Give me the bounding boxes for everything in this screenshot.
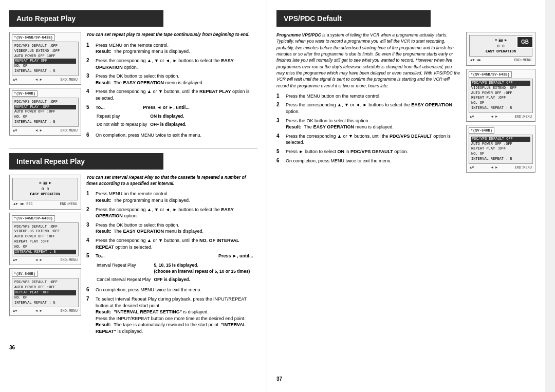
interval-repeat-title: Interval Repeat Play bbox=[9, 153, 163, 170]
interval-repeat-content: ⊡ 📷 ▶ 0 0 EASY OPERATION ▲▼ ◄► REC END:M… bbox=[9, 175, 257, 338]
vps-screens: ⊡ 📷 ▶ 0 0 EASY OPERATION ▲▼ ◄► END:MENU bbox=[466, 32, 535, 176]
vps-pdc-section: VPS/PDC Default Programme VPS/PDC is a s… bbox=[276, 10, 535, 176]
vps-content: Programme VPS/PDC is a system of telling… bbox=[276, 32, 535, 176]
vps-screen-label-1: *(SV-645B/SV-643B) bbox=[469, 71, 512, 78]
interval-intro: You can set Interval Repeat Play so that… bbox=[86, 175, 257, 187]
vps-screen-sv645b: *(SV-645B/SV-643B) PDC/VPS DEFAULT OFF V… bbox=[466, 69, 535, 122]
step-2: 2 Press the corresponding ▲, ▼ or ◄, ► b… bbox=[86, 58, 257, 70]
vps-screen-inner-1: PDC/VPS DEFAULT OFF VIDEOPLUS EXTEND :OF… bbox=[469, 79, 533, 113]
vps-step-3: 3 Press the OK button to select this opt… bbox=[276, 118, 461, 130]
auto-repeat-content: *(SV-645B/SV-643B) PDC/VPS DEFAULT :OFF … bbox=[9, 32, 257, 141]
vps-step-5: 5 Press ► button to select ON in PDC/VPS… bbox=[276, 148, 461, 155]
vps-step-4: 4 Press the corresponding ▲ or ▼ buttons… bbox=[276, 133, 461, 146]
vps-screen-sv640b: *(SV-640B) PDC/VPS DEFAULT OFF AUTO POWE… bbox=[466, 125, 535, 173]
int-step-7: 7 To select Interval Repeat Play during … bbox=[86, 296, 257, 335]
auto-repeat-screens: *(SV-645B/SV-643B) PDC/VPS DEFAULT :OFF … bbox=[9, 32, 81, 141]
screen-inner-2: PDC/VPS DEFAULT :OFF REPEAT PLAY :OFF AU… bbox=[12, 98, 79, 127]
screen-inner-4: PDC/VPS DEFAULT :OFF AUTO POWER OFF :OFF… bbox=[12, 278, 79, 307]
screen-controls-3: ▲▼ ◄ ► END:MENU bbox=[12, 257, 79, 263]
repeat-table: Repeat play ON is displayed. Do not wish… bbox=[96, 112, 190, 129]
vps-screen-inner-2: PDC/VPS DEFAULT OFF AUTO POWER OFF :OFF … bbox=[469, 135, 533, 164]
right-page-number: 37 bbox=[276, 376, 282, 382]
right-page: GB VPS/PDC Default Programme VPS/PDC is … bbox=[267, 0, 545, 392]
vps-easy-op-controls: ▲▼ ◄► END:MENU bbox=[469, 58, 532, 63]
step-1: 1 Press MENU on the remote control. Resu… bbox=[86, 42, 257, 55]
screen-inner-1: PDC/VPS DEFAULT :OFF VIDEOPLUS EXTEND :O… bbox=[12, 42, 79, 76]
vps-step-6: 6 On completion, press MENU twice to exi… bbox=[276, 158, 461, 164]
int-step-5: 5 To... Press ►, until... Interval Repea… bbox=[86, 253, 257, 284]
vps-instructions: Programme VPS/PDC is a system of telling… bbox=[276, 32, 461, 176]
step-5: 5 To... Press ◄ or ►, until... Repeat pl… bbox=[86, 104, 257, 129]
interval-table: Interval Repeat Play 5, 10, 15 is displa… bbox=[96, 261, 253, 285]
int-step-1: 1 Press MENU on the remote control. Resu… bbox=[86, 191, 257, 203]
screen-interval-sv645b: *(SV-645B/SV-643B) PDC/VPS DEFAULT :OFF … bbox=[9, 213, 81, 266]
vps-pdc-title: VPS/PDC Default bbox=[276, 10, 431, 27]
screen-easy-op: ⊡ 📷 ▶ 0 0 EASY OPERATION ▲▼ ◄► REC END:M… bbox=[9, 175, 81, 210]
auto-repeat-intro: You can set repeat play to repeat the ta… bbox=[86, 32, 257, 38]
left-page-number: 36 bbox=[9, 345, 257, 350]
step-3: 3 Press the OK button to select this opt… bbox=[86, 73, 257, 86]
screen-interval-sv640b: *(SV-640B) PDC/VPS DEFAULT :OFF AUTO POW… bbox=[9, 268, 81, 316]
step-6: 6 On completion, press MENU twice to exi… bbox=[86, 132, 257, 139]
screen-label-3: *(SV-645B/SV-643B) bbox=[12, 215, 55, 221]
screen-controls-2: ▲▼ ◄ ► END:MENU bbox=[12, 128, 79, 133]
auto-repeat-section: Auto Repeat Play *(SV-645B/SV-643B) PDC/… bbox=[9, 10, 257, 141]
screen-controls-4: ▲▼ ◄ ► END:MENU bbox=[12, 308, 79, 313]
int-step-6: 6 On completion, press MENU twice to exi… bbox=[86, 287, 257, 293]
screen-sv645b: *(SV-645B/SV-643B) PDC/VPS DEFAULT :OFF … bbox=[9, 32, 81, 85]
screen-label-4: *(SV-640B) bbox=[12, 271, 38, 277]
vps-screen-label-2: *(SV-640B) bbox=[469, 127, 494, 134]
int-step-4: 4 Press the corresponding ▲ or ▼ buttons… bbox=[86, 237, 257, 250]
int-step-2: 2 Press the corresponding ▲, ▼ or ◄, ► b… bbox=[86, 207, 257, 219]
auto-repeat-title: Auto Repeat Play bbox=[9, 10, 163, 27]
gb-badge: GB bbox=[516, 36, 533, 48]
int-step-3: 3 Press the OK button to select this opt… bbox=[86, 222, 257, 235]
screen-sv640b: *(SV-640B) PDC/VPS DEFAULT :OFF REPEAT P… bbox=[9, 88, 81, 136]
vps-screen-controls-2: ▲▼ ◄ ► END:MENU bbox=[469, 165, 533, 170]
easy-op-controls: ▲▼ ◄► REC END:MENU bbox=[12, 201, 78, 207]
vps-step-1: 1 Press the MENU button on the remote co… bbox=[276, 93, 461, 100]
screen-label-2: *(SV-640B) bbox=[12, 90, 38, 97]
page-container: Auto Repeat Play *(SV-645B/SV-643B) PDC/… bbox=[0, 0, 555, 392]
step-4: 4 Press the corresponding ▲ or ▼ buttons… bbox=[86, 88, 257, 101]
interval-instructions: You can set Interval Repeat Play so that… bbox=[86, 175, 257, 338]
auto-repeat-instructions: You can set repeat play to repeat the ta… bbox=[86, 32, 257, 141]
interval-repeat-screens: ⊡ 📷 ▶ 0 0 EASY OPERATION ▲▼ ◄► REC END:M… bbox=[9, 175, 81, 338]
screen-label-1: *(SV-645B/SV-643B) bbox=[12, 34, 55, 41]
vps-screen-controls-1: ▲▼ ◄ ► END:MENU bbox=[469, 114, 533, 119]
interval-repeat-section: Interval Repeat Play ⊡ 📷 ▶ 0 0 EASY OPER… bbox=[9, 153, 257, 338]
screen-controls-1: ▲▼ ◄ ► END:MENU bbox=[12, 77, 79, 82]
left-page: Auto Repeat Play *(SV-645B/SV-643B) PDC/… bbox=[0, 0, 267, 392]
vps-intro: Programme VPS/PDC is a system of telling… bbox=[276, 32, 461, 89]
vps-step-2: 2 Press the corresponding ▲, ▼ or ◄, ► b… bbox=[276, 102, 461, 115]
screen-inner-3: PDC/VPS DEFAULT :OFF VIDEOPLUS EXTEND :O… bbox=[12, 222, 79, 257]
